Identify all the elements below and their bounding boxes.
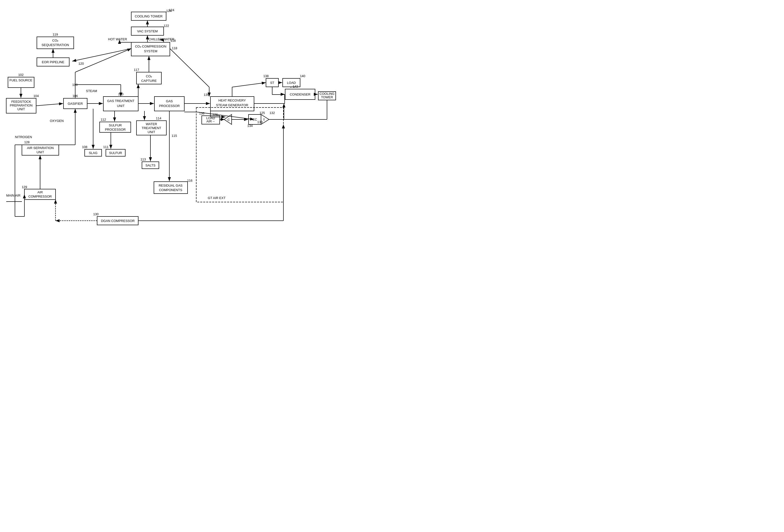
air-comp-label2: COMPRESSOR	[28, 195, 52, 198]
gasifier-label: GASIFIER	[68, 102, 83, 106]
arrow-co2comp-to-eor	[72, 49, 131, 61]
gas-treatment-box	[103, 96, 138, 111]
ref-134-label: 134	[247, 124, 253, 128]
condenser-label: CONDENSER	[290, 93, 310, 96]
hot-water-label: HOT WATER	[108, 37, 127, 41]
sulfur-label: SULFUR	[109, 151, 122, 155]
sulfur-processor-ref: 112	[101, 118, 106, 121]
eor-pipeline-label: EOR PIPELINE	[42, 60, 64, 64]
load-top-ref: 140	[300, 74, 305, 78]
fuel-source-ref: 102	[18, 73, 24, 77]
diagram-container: FUEL SOURCE 102 FEEDSTOCK PREPARATION UN…	[0, 0, 392, 266]
ref-142-label2: 142	[292, 85, 298, 88]
dgan-comp-label: DGAN COMPRESSOR	[101, 219, 135, 223]
cooling-tower-right-l1: COOLING	[319, 92, 334, 95]
ref-115-label: 115	[172, 134, 177, 138]
vac-system-ref: 122	[164, 24, 169, 28]
feedstock-ref: 104	[33, 94, 39, 98]
t-label: T	[263, 118, 265, 122]
co2-seq-label1: CO₂	[52, 38, 58, 42]
arrow-feedstock-to-gasifier	[36, 104, 63, 106]
water-treatment-label2: TREATMENT	[142, 126, 161, 130]
st-ref: 138	[263, 74, 269, 78]
nitrogen-label: NITROGEN	[15, 135, 32, 139]
co2-capture-ref: 117	[134, 68, 139, 72]
air-sep-label1: AIR SEPARATION	[27, 146, 54, 150]
dgan-comp-ref: 130	[93, 212, 99, 216]
ref-100-label: 100	[72, 83, 78, 87]
residual-gas-label2: COMPONENTS	[159, 188, 182, 192]
air-comp-ref: 129	[22, 185, 27, 189]
t-ref: 132	[270, 111, 275, 115]
gt-air-ext-label: GT AIR EXT	[208, 196, 225, 200]
chilled-water-label: CHILLED WATER	[148, 37, 174, 41]
ref-114-label: 114	[156, 116, 161, 120]
gas-treatment-label1: GAS TREATMENT	[107, 99, 134, 103]
residual-gas-label1: RESIDUAL GAS	[159, 184, 183, 187]
load-air-ref: 136	[199, 112, 204, 115]
feedstock-label3: UNIT	[18, 107, 25, 111]
hrsg-label2: STEAM GENERATOR	[216, 103, 248, 107]
co2-compression-label1: CO₂ COMPRESSION	[135, 45, 166, 48]
ref-126-label: 126	[213, 113, 218, 116]
gas-processor-label1: GAS	[166, 99, 173, 103]
cooling-tower-right-l2: TOWER	[321, 95, 333, 99]
ref-139-label: 139	[204, 93, 209, 96]
air-sep-label2: UNIT	[37, 150, 44, 154]
air-comp-label1: AIR	[37, 190, 43, 194]
st-label: ST	[270, 81, 275, 85]
gas-processor-box	[155, 96, 184, 111]
cooling-tower-ref-label: 124	[169, 8, 174, 12]
gas-treatment-label2: UNIT	[117, 104, 124, 108]
fuel-source-label: FUEL SOURCE	[9, 78, 32, 82]
cooling-tower-top-label: COOLING TOWER	[135, 14, 162, 18]
feedstock-label1: FEEDSTOCK	[11, 100, 31, 104]
water-treatment-label1: WATER	[146, 122, 157, 126]
steam-label: STEAM	[86, 89, 97, 93]
main-air-label: MAIN AIR	[6, 194, 21, 197]
vac-system-label: VAC SYSTEM	[137, 29, 158, 33]
co2-seq-label2: SEQUESTRATION	[41, 43, 69, 47]
salts-ref: 113	[140, 157, 146, 161]
gas-processor-label2: PROCESSOR	[159, 104, 179, 108]
slag-label: SLAG	[89, 151, 97, 155]
sulfur-processor-label1: SULFUR	[109, 123, 122, 127]
ref-120-label: 120	[79, 62, 84, 65]
arrow-hrsg-to-condenser	[254, 94, 285, 104]
oxygen-label: OXYGEN	[50, 119, 64, 123]
c-label: C	[227, 118, 230, 122]
load-top-label: LOAD	[287, 81, 296, 85]
residual-gas-ref: 116	[187, 179, 193, 182]
arrow-to-st	[232, 83, 266, 87]
co2-to-hrsg	[170, 49, 209, 87]
sulfur-processor-label2: PROCESSOR	[105, 128, 125, 131]
co2-compression-label2: SYSTEM	[144, 49, 157, 53]
hrsg-label1: HEAT RECOVERY	[218, 98, 246, 102]
sulfur-ref: 111	[103, 145, 109, 149]
co2-capture-label2: CAPTURE	[141, 79, 157, 83]
ref-118-label: 118	[172, 46, 177, 50]
load-air-label2: AIR→	[206, 119, 215, 123]
co2-capture-label1: CO₂	[146, 75, 152, 78]
air-sep-ref: 128	[24, 140, 30, 144]
steam-to-comp	[75, 49, 131, 72]
salts-label: SALTS	[145, 164, 156, 167]
slag-ref: 108	[82, 145, 87, 149]
water-treatment-label3: UNIT	[148, 130, 155, 134]
feedstock-label2: PREPARATION	[10, 104, 32, 107]
co2-seq-ref: 119	[53, 33, 58, 36]
ref-133-label: 133	[257, 120, 263, 124]
cc-ref: 125	[259, 111, 265, 115]
